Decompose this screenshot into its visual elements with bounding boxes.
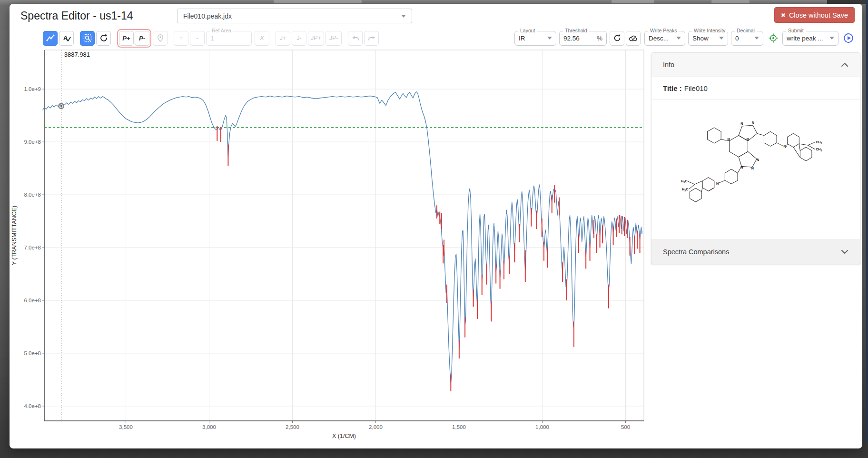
toolbar: A P+ P-: [43, 30, 856, 47]
pick-peak-target-button[interactable]: [766, 31, 780, 45]
peak-tools-group: P+ P-: [117, 29, 151, 48]
chart-axis-titles: X (1/CM)Y (TRANSMITTANCE): [11, 206, 356, 439]
peak-markers[interactable]: [217, 126, 640, 391]
spectra-editor-dialog: Spectra Editor - us1-14 File010.peak.jdx…: [10, 4, 862, 448]
save-to-cloud-button[interactable]: [626, 31, 641, 46]
page-title: Spectra Editor - us1-14: [20, 10, 133, 22]
svg-text:1,000: 1,000: [535, 424, 549, 430]
jp-add-label: JP+: [311, 35, 321, 41]
chart-gridlines: [44, 50, 644, 421]
svg-text:N: N: [740, 122, 743, 126]
line-chart-icon: [46, 33, 55, 43]
layout-value: IR: [519, 35, 525, 42]
layout-select[interactable]: Layout IR: [514, 31, 556, 46]
submit-label: Submit: [786, 28, 806, 33]
play-circle-icon: [843, 32, 854, 44]
chevron-down-icon: [401, 15, 406, 18]
j-add-button[interactable]: J+: [276, 31, 290, 46]
reset-zoom-button[interactable]: [96, 31, 111, 46]
svg-text:6.0e+8: 6.0e+8: [24, 298, 41, 303]
decimal-label: Decimal: [735, 28, 757, 33]
submit-select[interactable]: Submit write peak ...: [782, 31, 838, 46]
background-window-tab: [274, 0, 362, 3]
write-peaks-label: Write Peaks: [648, 28, 679, 33]
run-submit-button[interactable]: [841, 31, 856, 45]
layout-label: Layout: [518, 28, 537, 33]
file-selector-dropdown[interactable]: File010.peak.jdx: [177, 9, 412, 23]
svg-text:3: 3: [820, 142, 822, 145]
threshold-unit: %: [597, 35, 602, 42]
chevron-up-icon: [841, 62, 848, 67]
range-subtract-button[interactable]: -: [190, 31, 205, 46]
jp-subtract-button[interactable]: JP-: [326, 31, 342, 46]
add-range-pin-button[interactable]: [153, 31, 168, 46]
info-accordion-header[interactable]: Info: [651, 53, 860, 77]
close-without-save-button[interactable]: ✖ Close without Save: [774, 7, 855, 23]
box-zoom-tool-button[interactable]: [80, 31, 95, 46]
undo-button[interactable]: [348, 31, 363, 46]
spectrum-line-tool-button[interactable]: [43, 31, 58, 46]
title-value: File010: [684, 84, 708, 92]
screen-edge-strip: [866, 0, 868, 443]
svg-text:N: N: [752, 121, 754, 125]
svg-text:1,500: 1,500: [452, 424, 466, 430]
svg-text:N: N: [740, 166, 743, 169]
peak-remove-label: P-: [139, 35, 145, 42]
molecule-structure-image: NN NN NN N N N CH3 CH3 H3C H3C: [680, 113, 831, 213]
range-add-button[interactable]: +: [174, 31, 188, 46]
svg-text:N: N: [751, 167, 754, 170]
decimal-value: 0: [735, 35, 739, 42]
location-pin-icon: [156, 33, 165, 43]
svg-text:1.0e+9: 1.0e+9: [24, 86, 41, 92]
chart-axis-ticks-and-labels: 3,5003,0002,5002,0001,5001,0005001.0e+99…: [24, 86, 631, 430]
box-zoom-icon: [83, 33, 92, 43]
a-check-icon: A: [62, 33, 71, 43]
peak-remove-button[interactable]: P-: [135, 31, 149, 46]
submit-value: write peak ...: [787, 35, 823, 42]
threshold-field: Threshold %: [559, 31, 607, 46]
svg-text:CH: CH: [816, 140, 820, 144]
chevron-down-icon: [841, 249, 848, 254]
exclusion-x-button[interactable]: X: [255, 31, 269, 46]
peak-add-button[interactable]: P+: [119, 31, 134, 46]
close-button-label: Close without Save: [789, 11, 848, 19]
redo-icon: [367, 34, 376, 42]
svg-text:N: N: [728, 138, 730, 141]
spectra-comparisons-accordion-header[interactable]: Spectra Comparisons: [651, 239, 860, 264]
write-peaks-select[interactable]: Write Peaks Desc...: [644, 31, 685, 46]
close-icon: ✖: [781, 12, 786, 19]
chevron-down-icon: [829, 37, 834, 40]
svg-text:3: 3: [820, 149, 822, 152]
svg-text:500: 500: [621, 424, 630, 430]
j-subtract-label: J-: [296, 35, 301, 41]
info-body: NN NN NN N N N CH3 CH3 H3C H3C: [651, 100, 860, 239]
ir-spectrum-chart[interactable]: 3,5003,0002,5002,0001,5001,0005001.0e+99…: [10, 47, 647, 445]
cursor-marker: [59, 103, 64, 109]
j-subtract-button[interactable]: J-: [292, 31, 306, 46]
background-window-tab: [612, 0, 654, 3]
peak-add-label: P+: [122, 35, 130, 42]
chevron-down-icon: [719, 37, 724, 40]
jp-add-button[interactable]: JP+: [308, 31, 324, 46]
target-icon: [768, 33, 779, 43]
svg-text:2,500: 2,500: [286, 424, 299, 430]
svg-text:7.0e+8: 7.0e+8: [24, 245, 41, 250]
threshold-input[interactable]: [563, 35, 591, 42]
info-header-label: Info: [663, 61, 674, 69]
svg-text:Y (TRANSMITTANCE): Y (TRANSMITTANCE): [11, 206, 18, 265]
range-subtract-label: -: [196, 35, 198, 41]
chevron-down-icon: [676, 37, 681, 40]
ref-area-input[interactable]: [210, 35, 247, 42]
refresh-threshold-button[interactable]: [610, 31, 624, 46]
write-intensity-label: Write Intensity: [692, 28, 727, 33]
svg-text:3,000: 3,000: [202, 424, 216, 430]
write-intensity-select[interactable]: Write Intensity Show: [688, 31, 728, 46]
redo-button[interactable]: [364, 31, 379, 46]
chevron-down-icon: [547, 37, 552, 40]
ref-area-field: Ref Area: [206, 31, 252, 46]
auto-assign-tool-button[interactable]: A: [59, 31, 74, 46]
spectrum-line: [43, 92, 642, 383]
exclusion-x-label: X: [260, 35, 264, 41]
decimal-select[interactable]: Decimal 0: [731, 31, 763, 46]
cloud-check-icon: [628, 33, 638, 43]
